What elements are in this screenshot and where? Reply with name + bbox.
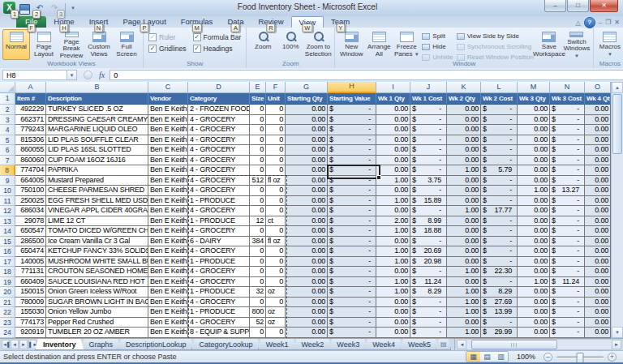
column-header-N[interactable]: N [550,82,585,93]
cell[interactable]: 0.00 [447,105,481,115]
column-header-J[interactable]: J [410,82,447,93]
cell[interactable]: 0.00 [286,328,328,338]
cell[interactable]: 0.00 [286,318,328,328]
row-header[interactable]: 11 [0,196,15,207]
cell[interactable]: $- [328,226,376,237]
cell[interactable]: 0.00 [518,115,550,126]
cell[interactable]: 4 - GROCERY [188,277,250,288]
header-cell[interactable]: Item # [15,93,46,105]
cell[interactable]: 0.00 [376,328,410,338]
cell[interactable]: 0.00 [286,176,328,186]
cell[interactable]: 0.00 [286,165,328,176]
cell[interactable]: 780009 [15,298,46,308]
last-sheet-icon[interactable]: ▌► [28,340,37,349]
cell[interactable]: $- [328,277,376,288]
cell[interactable]: $- [550,237,585,247]
cell[interactable]: $- [550,196,585,207]
close-button[interactable]: ✕ [590,0,618,12]
cell[interactable]: 1.00 [376,176,410,186]
workbook-close-icon[interactable]: ✕ [614,18,620,28]
cell[interactable]: Ben E Keith [148,328,188,338]
cell[interactable]: oz [266,318,286,328]
cell[interactable]: LID PLAS 16SL SLOTTED [46,145,148,156]
cell[interactable]: 1 - PRODUCE [188,257,250,268]
cell[interactable]: 1.00 [376,257,410,268]
cell[interactable]: 0.00 [585,287,611,298]
maximize-button[interactable]: □ [567,0,589,12]
cell[interactable]: 0.00 [376,125,410,135]
cell[interactable]: 0 [266,267,286,277]
cell[interactable]: $- [481,277,518,288]
cell[interactable]: 4 - GROCERY [188,267,250,277]
cell[interactable]: Mustard Prepared [46,176,148,186]
cell[interactable]: 0 [266,226,286,237]
cell[interactable]: 4 - GROCERY [188,206,250,216]
cell[interactable]: 4 - GROCERY [188,156,250,166]
cell[interactable]: 0 [266,328,286,338]
cell[interactable]: $- [550,145,585,156]
cell[interactable]: 0.00 [286,226,328,237]
cell[interactable]: 0.00 [585,267,611,277]
cell[interactable]: CROUTON SEASONED HOMESTYLE [46,267,148,277]
cell[interactable]: $5.79 [481,165,518,176]
column-header-O[interactable]: O [585,82,611,93]
horizontal-scroll-track[interactable] [466,339,612,350]
cell[interactable]: $- [550,298,585,308]
cell[interactable]: 0.00 [286,135,328,146]
cell[interactable]: $22.30 [481,267,518,277]
cell[interactable]: 800 [250,307,266,318]
cell[interactable]: $- [550,135,585,146]
cell[interactable]: 0.00 [585,328,611,338]
cell[interactable]: 0 [250,145,266,156]
cell[interactable]: Ben E Keith [148,237,188,247]
new-window-button[interactable]: New Window [337,29,365,60]
cell[interactable]: Ben E Keith [148,318,188,328]
cell[interactable]: 150015 [15,287,46,298]
cell[interactable]: $- [481,115,518,126]
ruler-checkbox[interactable]: ✓Ruler [148,33,187,41]
cell[interactable]: $- [328,237,376,247]
zoom-slider-thumb[interactable] [577,353,584,363]
cell[interactable]: 0.00 [518,237,550,247]
cell[interactable]: 0.00 [585,105,611,115]
cell[interactable]: $- [481,186,518,196]
cell[interactable]: 4 - GROCERY [188,176,250,186]
cell[interactable]: 4 - GROCERY [188,135,250,146]
cell[interactable]: 0.00 [286,307,328,318]
cell[interactable]: $- [410,125,447,135]
cell[interactable]: 4 - GROCERY [188,298,250,308]
cell[interactable]: 0 [266,125,286,135]
sheet-tab-week2[interactable]: Week2 [293,339,332,350]
cell[interactable]: 860060 [15,156,46,166]
cell[interactable]: $11.24 [410,277,447,288]
cell[interactable]: 0.00 [447,226,481,237]
cell[interactable]: 1.00 [376,287,410,298]
cell[interactable]: $- [328,186,376,196]
cell[interactable]: $- [550,156,585,166]
cell[interactable]: 1.00 [447,307,481,318]
cell[interactable]: 0.00 [518,226,550,237]
macros-button[interactable]: Macros ▼ [596,29,623,60]
cell[interactable]: 4 - GROCERY [188,115,250,126]
sheet-tab-week5[interactable]: Week5 [400,339,439,350]
cell[interactable]: Ben E Keith [148,287,188,298]
cell[interactable]: DRESSING CAESAR CREAMY [46,115,148,126]
row-header[interactable]: 18 [0,267,15,277]
column-header-H[interactable]: H [328,82,376,93]
cell[interactable]: 0 [250,328,266,338]
cell[interactable]: $- [328,246,376,257]
cell[interactable]: 0.00 [286,298,328,308]
cell[interactable]: $- [550,307,585,318]
row-header[interactable]: 23 [0,318,15,328]
cell[interactable]: 52 [250,318,266,328]
cell[interactable]: 0 [266,246,286,257]
cell[interactable]: 0.00 [286,216,328,227]
cell[interactable]: 1.00 [518,277,550,288]
cell[interactable]: SUGAR BROWN LIGHT IN BAGS [46,298,148,308]
cell[interactable]: 4 - GROCERY [188,186,250,196]
cell[interactable]: $- [328,135,376,146]
cell[interactable]: 1.00 [376,196,410,207]
cell[interactable]: Ice Cream Vanilla Cr 3 Gal [46,237,148,247]
sheet-tab-graphs[interactable]: Graphs [81,339,122,350]
cell[interactable]: Ben E Keith [148,196,188,207]
